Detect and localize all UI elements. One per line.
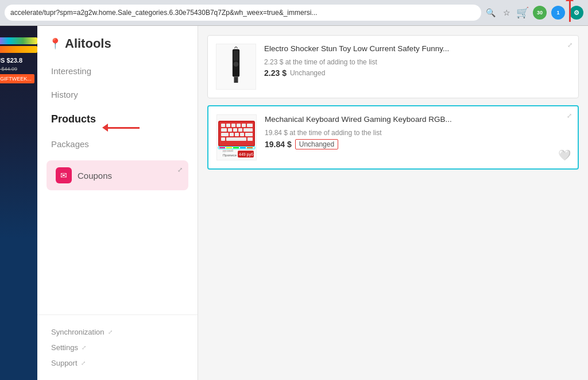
ext-green-icon[interactable]: 30 [533, 6, 547, 20]
svg-rect-2 [234, 77, 237, 83]
svg-rect-18 [238, 128, 242, 132]
products-area: Electro Shocker Stun Toy Low Current Saf… [198, 26, 588, 380]
svg-rect-29 [219, 147, 225, 148]
nav-item-interesting[interactable]: Interesting [37, 59, 198, 83]
svg-rect-1 [234, 51, 239, 61]
address-bar[interactable]: accelerate/tupr?spm=a2g2w.home.Sale_cate… [5, 5, 481, 21]
svg-rect-23 [240, 133, 244, 136]
svg-rect-33 [247, 147, 253, 148]
settings-ext-icon: ⤢ [82, 344, 86, 351]
extension-icon-1[interactable]: 30 [533, 6, 547, 20]
keyboard-image: Прописи русский 449 руб [217, 115, 256, 160]
extension-icon-2[interactable]: 1 [551, 6, 565, 20]
logo-area: 📍 Alitools [37, 26, 198, 59]
site-price: JS $23.8 [0, 55, 37, 66]
annotation-arrow-products [102, 124, 140, 132]
svg-rect-21 [230, 133, 234, 136]
product-heart-icon-2[interactable]: 🤍 [558, 149, 571, 162]
site-price-old: $ $44.09 [0, 66, 37, 72]
sync-ext-icon: ⤢ [108, 329, 113, 335]
product-current-1: 2.23 $ Unchanged [264, 68, 570, 78]
product-info-2: Mechanical Keyboard Wired Gaming Keyboar… [265, 114, 570, 149]
product-card-2: Прописи русский 449 руб Mechanical Keybo… [207, 105, 579, 170]
svg-rect-10 [226, 124, 230, 127]
ext-teal-icon[interactable]: ⚙ [570, 6, 583, 20]
coupons-label: Coupons [78, 171, 112, 181]
annotation-arrow-top [569, 0, 571, 22]
extension-icon-3[interactable]: ⚙ [570, 6, 583, 20]
product-title-2: Mechanical Keyboard Wired Gaming Keyboar… [265, 114, 570, 125]
product-current-2: 19.84 $ Unchanged [265, 139, 570, 149]
svg-point-4 [234, 62, 239, 67]
coupons-external-icon: ⤢ [177, 166, 183, 174]
logo-icon: 📍 [49, 37, 61, 50]
svg-rect-12 [237, 124, 241, 127]
product-external-icon-2[interactable]: ⤢ [567, 112, 572, 120]
svg-rect-15 [221, 128, 227, 132]
product-price-1: 2.23 $ [264, 68, 287, 78]
product-status-2: Unchanged [295, 139, 338, 149]
footer: Synchronization ⤢ Settings ⤢ Support ⤢ [37, 314, 198, 380]
footer-settings[interactable]: Settings ⤢ [51, 340, 184, 355]
svg-rect-16 [228, 128, 232, 132]
svg-rect-30 [226, 147, 232, 148]
browser-chrome: accelerate/tupr?spm=a2g2w.home.Sale_cate… [0, 0, 588, 26]
coupons-button[interactable]: ✉ Coupons ⤢ [47, 160, 188, 190]
svg-text:русский: русский [223, 149, 233, 152]
svg-rect-31 [233, 147, 239, 148]
cart-icon[interactable]: 🛒 [517, 7, 528, 18]
svg-text:Прописи: Прописи [223, 153, 237, 157]
svg-rect-19 [243, 128, 253, 132]
main-layout: JS $23.8 $ $44.09 GIFTWEEK... 📍 Alitools… [0, 26, 588, 380]
svg-rect-11 [231, 124, 235, 127]
ext-blue-icon[interactable]: 1 [551, 6, 565, 20]
arrow-line [108, 127, 140, 129]
footer-sync[interactable]: Synchronization ⤢ [51, 324, 184, 340]
svg-rect-32 [240, 147, 246, 148]
arrow-head [102, 124, 108, 132]
shocker-image [222, 47, 250, 87]
product-added-price-1: 2.23 $ at the time of adding to the list [264, 58, 570, 66]
footer-support[interactable]: Support ⤢ [51, 355, 184, 371]
nav-item-packages[interactable]: Packages [37, 132, 198, 156]
svg-rect-26 [226, 137, 246, 141]
product-card-1: Electro Shocker Stun Toy Low Current Saf… [207, 35, 579, 98]
svg-line-6 [236, 47, 238, 48]
product-title-1: Electro Shocker Stun Toy Low Current Saf… [264, 44, 570, 55]
product-thumb-1 [216, 44, 256, 90]
svg-rect-24 [245, 133, 253, 136]
svg-rect-13 [242, 124, 246, 127]
support-ext-icon: ⤢ [81, 360, 86, 366]
nav-item-history[interactable]: History [37, 83, 198, 106]
popup-panel: 📍 Alitools Interesting History Products … [37, 26, 198, 380]
product-status-1: Unchanged [290, 69, 325, 77]
site-button: GIFTWEEK... [0, 74, 34, 83]
svg-rect-17 [233, 128, 237, 132]
product-price-2: 19.84 $ [265, 140, 292, 149]
product-thumb-2: Прописи русский 449 руб [216, 114, 257, 160]
site-preview: JS $23.8 $ $44.09 GIFTWEEK... [0, 26, 37, 380]
coupons-icon: ✉ [56, 167, 72, 183]
bookmark-icon[interactable]: ☆ [501, 7, 512, 18]
nav-label-products: Products [51, 113, 96, 125]
color-bar-2 [0, 46, 37, 53]
product-added-price-2: 19.84 $ at the time of adding to the lis… [265, 129, 570, 137]
svg-rect-25 [221, 137, 225, 141]
svg-rect-20 [221, 133, 229, 136]
svg-rect-22 [235, 133, 239, 136]
nav-label-packages: Packages [51, 139, 89, 149]
nav-label-interesting: Interesting [51, 66, 91, 76]
svg-rect-27 [247, 137, 253, 141]
svg-rect-14 [247, 124, 253, 127]
nav-label-history: History [51, 90, 78, 99]
nav-menu: Interesting History Products Packages ✉ … [37, 59, 198, 314]
product-info-1: Electro Shocker Stun Toy Low Current Saf… [264, 44, 570, 78]
url-text: accelerate/tupr?spm=a2g2w.home.Sale_cate… [10, 9, 317, 17]
svg-rect-9 [221, 124, 225, 127]
product-external-icon-1[interactable]: ⤢ [567, 41, 572, 49]
color-bar [0, 37, 37, 44]
svg-text:449 руб: 449 руб [239, 152, 253, 157]
svg-rect-3 [236, 77, 238, 83]
logo-text: Alitools [65, 36, 111, 51]
search-icon[interactable]: 🔍 [485, 7, 496, 18]
